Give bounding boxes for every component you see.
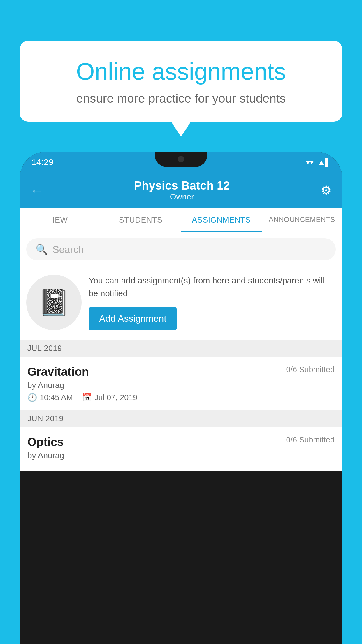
assignment-author-gravitation: by Anurag xyxy=(27,381,335,390)
phone-notch xyxy=(155,152,207,167)
assignment-date-gravitation: 📅 Jul 07, 2019 xyxy=(82,393,137,402)
speech-bubble: Online assignments ensure more practice … xyxy=(20,41,342,122)
promo-text-block: You can add assignment(s) from here and … xyxy=(89,274,336,330)
month-divider-jul: JUL 2019 xyxy=(20,340,342,357)
speech-bubble-title: Online assignments xyxy=(40,58,322,85)
batch-title: Physics Batch 12 xyxy=(134,179,230,192)
app-header: ← Physics Batch 12 Owner ⚙ xyxy=(20,173,342,208)
tab-students[interactable]: STUDENTS xyxy=(101,208,181,232)
search-container: 🔍 Search xyxy=(20,232,342,266)
speech-bubble-container: Online assignments ensure more practice … xyxy=(20,41,342,122)
promo-description: You can add assignment(s) from here and … xyxy=(89,274,336,300)
assignment-optics[interactable]: Optics 0/6 Submitted by Anurag xyxy=(20,427,342,471)
assignment-submitted-optics: 0/6 Submitted xyxy=(286,435,335,444)
assignment-title-optics: Optics xyxy=(27,435,64,449)
phone-frame: 14:29 ▾▾ ▲▌ ← Physics Batch 12 Owner ⚙ I… xyxy=(20,152,342,644)
status-icons: ▾▾ ▲▌ xyxy=(306,158,331,167)
tab-iew[interactable]: IEW xyxy=(20,208,101,232)
header-title-block: Physics Batch 12 Owner xyxy=(134,179,230,202)
phone-screen: 🔍 Search 📓 You can add assignment(s) fro… xyxy=(20,232,342,471)
month-divider-jun: JUN 2019 xyxy=(20,410,342,427)
notebook-icon: 📓 xyxy=(38,287,70,318)
batch-role: Owner xyxy=(134,192,230,202)
wifi-icon: ▾▾ xyxy=(306,158,314,167)
search-icon: 🔍 xyxy=(36,244,48,255)
promo-icon-circle: 📓 xyxy=(26,275,82,330)
assignment-date-value: Jul 07, 2019 xyxy=(94,393,137,402)
status-bar: 14:29 ▾▾ ▲▌ xyxy=(20,152,342,173)
settings-icon[interactable]: ⚙ xyxy=(321,183,332,197)
add-assignment-button[interactable]: Add Assignment xyxy=(89,307,177,330)
clock-icon: 🕐 xyxy=(27,393,37,402)
assignment-author-optics: by Anurag xyxy=(27,451,335,460)
phone-camera xyxy=(178,156,184,162)
tab-announcements[interactable]: ANNOUNCEMENTS xyxy=(262,208,342,232)
assignment-row-top-optics: Optics 0/6 Submitted xyxy=(27,435,335,449)
search-bar[interactable]: 🔍 Search xyxy=(26,238,336,260)
assignment-row-top: Gravitation 0/6 Submitted xyxy=(27,365,335,378)
promo-block: 📓 You can add assignment(s) from here an… xyxy=(20,266,342,340)
back-button[interactable]: ← xyxy=(30,184,43,197)
search-placeholder: Search xyxy=(52,244,84,255)
calendar-icon: 📅 xyxy=(82,393,92,402)
signal-icon: ▲▌ xyxy=(318,158,331,167)
assignment-gravitation[interactable]: Gravitation 0/6 Submitted by Anurag 🕐 10… xyxy=(20,357,342,410)
status-time: 14:29 xyxy=(31,157,53,167)
tab-bar: IEW STUDENTS ASSIGNMENTS ANNOUNCEMENTS xyxy=(20,208,342,232)
assignment-time-gravitation: 🕐 10:45 AM xyxy=(27,393,73,402)
speech-bubble-subtitle: ensure more practice for your students xyxy=(40,92,322,106)
assignment-title-gravitation: Gravitation xyxy=(27,365,89,378)
assignment-submitted-gravitation: 0/6 Submitted xyxy=(286,365,335,374)
assignment-meta-gravitation: 🕐 10:45 AM 📅 Jul 07, 2019 xyxy=(27,393,335,402)
assignment-time-value: 10:45 AM xyxy=(40,393,73,402)
tab-assignments[interactable]: ASSIGNMENTS xyxy=(181,208,262,232)
